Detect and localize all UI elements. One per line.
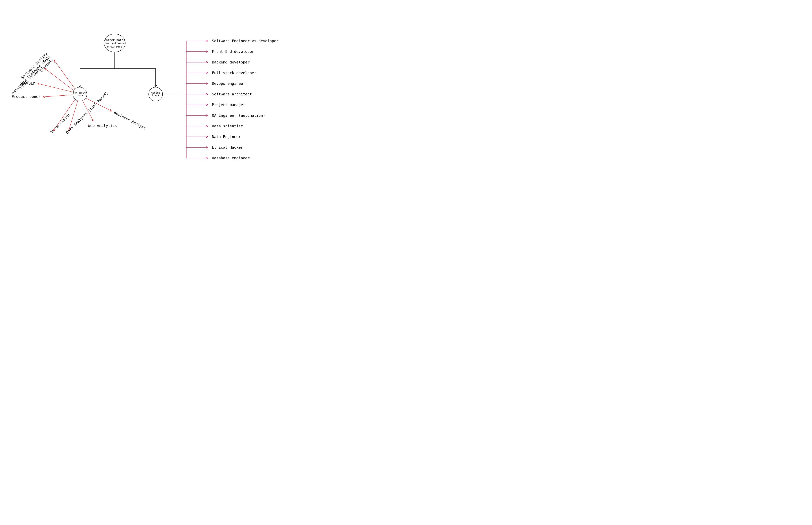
root-node: career paths for software engineers [104,34,125,52]
leaf-business-analyst: Business Analyst [113,110,147,131]
noncoding-node: non-coding track [73,87,87,101]
edge-nc-sqa [54,60,75,89]
root-line1: career paths [104,38,125,42]
career-paths-diagram: career paths for software engineers non-… [0,0,320,207]
leaf-seo: SEO/SEM [20,81,35,85]
svg-text:Data Analysts (tool based): Data Analysts (tool based) [65,91,109,135]
edge-root-to-coding [115,69,155,87]
coding-label2: track [152,94,160,97]
noncoding-label2: track [76,94,83,97]
leaf-coding-item-11: Database engineer [212,156,250,160]
edge-nc-seo [38,84,73,92]
coding-node: coding track [149,87,163,101]
leaf-coding-item-3: Full stack developer [212,71,256,75]
svg-text:Business Analyst: Business Analyst [113,110,147,131]
leaf-product-owner: Product owner [12,94,41,99]
edge-nc-uiux [45,69,74,90]
leaf-coding-item-6: Project manager [212,103,245,107]
leaf-coding-item-1: Front End developer [212,49,254,54]
leaf-data-analysts: Data Analysts (tool based) [65,91,109,135]
edge-root-to-noncoding [80,52,115,87]
root-line2: for software [104,42,125,45]
leaf-coding-item-8: Data scientist [212,124,243,128]
noncoding-label1: non-coding [73,91,87,94]
leaf-coding-item-10: Ethical Hacker [212,145,243,149]
edge-nc-product-owner [43,95,73,97]
coding-branches: Software Engineer vs developerFront End … [163,39,279,160]
leaf-coding-item-4: Devops engineer [212,81,245,86]
leaf-coding-item-9: Data Engineer [212,135,241,139]
leaf-coding-item-5: Software architect [212,92,252,96]
leaf-coding-item-2: Backend developer [212,60,250,64]
leaf-coding-item-7: QA Engineer (automation) [212,113,265,118]
coding-label1: coding [151,91,160,94]
root-line3: engineers [107,45,122,48]
leaf-coding-item-0: Software Engineer vs developer [212,39,279,43]
leaf-web-analytics: Web Analytics [88,123,117,128]
